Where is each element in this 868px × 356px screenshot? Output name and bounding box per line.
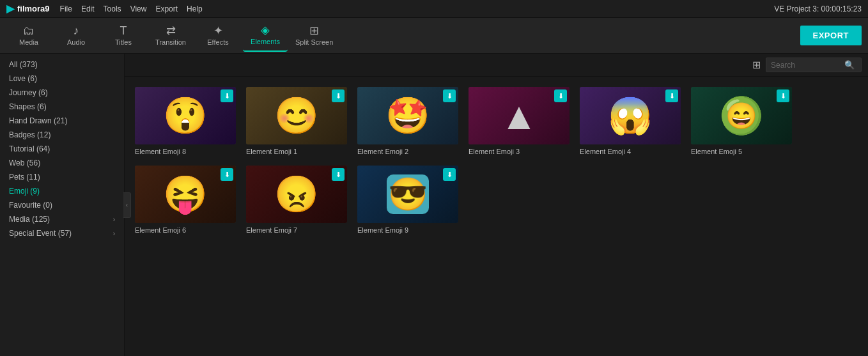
search-icon[interactable]: 🔍 — [844, 60, 855, 70]
grid-item-7[interactable]: 😝 ⬇ Element Emoji 6 — [135, 166, 236, 234]
main-area: All (373)Love (6)Journey (6)Shapes (6)Ha… — [0, 54, 868, 356]
splitscreen-toolbar-icon: ⊞ — [309, 25, 319, 36]
menu-item-view[interactable]: View — [130, 4, 147, 13]
menu-item-edit[interactable]: Edit — [81, 4, 95, 13]
sidebar-item-handdrawn[interactable]: Hand Drawn (21) — [0, 114, 124, 128]
toolbar-btn-effects[interactable]: ✦Effects — [196, 20, 240, 52]
sidebar-label-favourite: Favourite (0) — [9, 201, 52, 210]
sidebar-item-shapes[interactable]: Shapes (6) — [0, 100, 124, 114]
titlebar-left: ▶ filmora9 FileEditToolsViewExportHelp — [6, 3, 203, 15]
elements-toolbar-label: Elements — [251, 38, 280, 45]
splitscreen-toolbar-label: Split Screen — [295, 38, 333, 46]
sidebar-label-web: Web (56) — [9, 159, 40, 167]
effects-toolbar-icon: ✦ — [213, 25, 223, 36]
download-badge-4[interactable]: ⬇ — [554, 89, 567, 102]
transition-toolbar-label: Transition — [155, 38, 186, 46]
grid-thumb-3: 🤩 ⬇ — [357, 87, 458, 144]
sidebar: All (373)Love (6)Journey (6)Shapes (6)Ha… — [0, 54, 125, 356]
toolbar-btn-audio[interactable]: ♪Audio — [54, 20, 98, 52]
app-logo: ▶ filmora9 — [6, 3, 50, 15]
content-header: ⊞ 🔍 — [125, 54, 868, 77]
grid-item-2[interactable]: 😊 ⬇ Element Emoji 1 — [246, 87, 347, 155]
grid-label-9: Element Emoji 9 — [357, 226, 458, 234]
emoji-5: 😱 — [608, 98, 653, 134]
grid-thumb-1: 😲 ⬇ — [135, 87, 236, 144]
grid-thumb-2: 😊 ⬇ — [246, 87, 347, 144]
sidebar-item-favourite[interactable]: Favourite (0) — [0, 198, 124, 212]
project-info: VE Project 3: 00:00:15:23 — [774, 4, 862, 13]
grid-item-6[interactable]: 🟢😄 ⬇ Element Emoji 5 — [691, 87, 792, 155]
transition-toolbar-icon: ⇄ — [166, 25, 176, 36]
sidebar-label-shapes: Shapes (6) — [9, 102, 47, 111]
sidebar-label-media: Media (125) — [9, 215, 50, 224]
sidebar-item-pets[interactable]: Pets (11) — [0, 170, 124, 184]
sidebar-item-emoji[interactable]: Emoji (9) — [0, 184, 124, 198]
grid-item-1[interactable]: 😲 ⬇ Element Emoji 8 — [135, 87, 236, 155]
sidebar-item-badges[interactable]: Badges (12) — [0, 128, 124, 142]
toolbar-btn-titles[interactable]: TTitles — [101, 20, 146, 52]
search-input[interactable] — [771, 61, 841, 70]
sidebar-item-all[interactable]: All (373) — [0, 58, 124, 72]
content-area: ⊞ 🔍 😲 ⬇ Element Emoji 8 😊 ⬇ Element Emoj… — [125, 54, 868, 356]
grid-thumb-5: 😱 ⬇ — [580, 87, 681, 144]
elements-toolbar-icon: ◈ — [261, 24, 270, 36]
download-badge-7[interactable]: ⬇ — [221, 168, 233, 181]
sidebar-item-specialevent[interactable]: Special Event (57)› — [0, 226, 124, 240]
download-badge-5[interactable]: ⬇ — [665, 89, 678, 102]
sidebar-item-tutorial[interactable]: Tutorial (64) — [0, 142, 124, 156]
sidebar-label-emoji: Emoji (9) — [9, 187, 40, 196]
menu-item-file[interactable]: File — [60, 4, 72, 13]
sidebar-item-media[interactable]: Media (125)› — [0, 212, 124, 226]
sidebar-item-journey[interactable]: Journey (6) — [0, 86, 124, 100]
emoji-8: 😠 — [274, 176, 319, 212]
grid-item-4[interactable]: ▲ ⬇ Element Emoji 3 — [469, 87, 570, 155]
sidebar-label-tutorial: Tutorial (64) — [9, 144, 50, 153]
menu-item-tools[interactable]: Tools — [104, 4, 121, 13]
grid-item-5[interactable]: 😱 ⬇ Element Emoji 4 — [580, 87, 681, 155]
download-badge-1[interactable]: ⬇ — [221, 89, 233, 102]
sidebar-item-love[interactable]: Love (6) — [0, 72, 124, 86]
menu-item-export[interactable]: Export — [155, 4, 178, 13]
sidebar-label-handdrawn: Hand Drawn (21) — [9, 116, 67, 125]
grid-thumb-7: 😝 ⬇ — [135, 166, 236, 223]
titles-toolbar-label: Titles — [115, 38, 132, 46]
menu-item-help[interactable]: Help — [187, 4, 203, 13]
download-badge-3[interactable]: ⬇ — [443, 89, 456, 102]
media-toolbar-label: Media — [19, 38, 38, 46]
emoji-7: 😝 — [163, 176, 208, 212]
toolbar-btn-transition[interactable]: ⇄Transition — [148, 20, 193, 52]
audio-toolbar-label: Audio — [67, 38, 85, 46]
sidebar-label-love: Love (6) — [9, 74, 37, 83]
grid-view-button[interactable]: ⊞ — [752, 59, 761, 71]
download-badge-6[interactable]: ⬇ — [777, 89, 789, 102]
download-badge-9[interactable]: ⬇ — [443, 168, 456, 181]
filmora-logo-icon: ▶ — [6, 3, 14, 15]
grid-thumb-4: ▲ ⬇ — [469, 87, 570, 144]
download-badge-2[interactable]: ⬇ — [332, 89, 345, 102]
media-toolbar-icon: 🗂 — [23, 25, 35, 36]
toolbar-btn-splitscreen[interactable]: ⊞Split Screen — [290, 20, 338, 52]
grid-item-9[interactable]: 😎 ⬇ Element Emoji 9 — [357, 166, 458, 234]
grid-item-8[interactable]: 😠 ⬇ Element Emoji 7 — [246, 166, 347, 234]
grid-thumb-9: 😎 ⬇ — [357, 166, 458, 223]
toolbar-btn-elements[interactable]: ◈Elements — [243, 20, 288, 52]
titlebar: ▶ filmora9 FileEditToolsViewExportHelp V… — [0, 0, 868, 18]
emoji-3: 🤩 — [385, 98, 430, 134]
sidebar-collapse-button[interactable]: ‹ — [123, 192, 131, 218]
grid-label-3: Element Emoji 2 — [357, 148, 458, 155]
sidebar-label-journey: Journey (6) — [9, 88, 48, 97]
search-wrap: 🔍 — [766, 58, 862, 72]
toolbar-btn-media[interactable]: 🗂Media — [6, 20, 51, 52]
export-button[interactable]: EXPORT — [800, 26, 862, 45]
grid-label-4: Element Emoji 3 — [469, 148, 570, 155]
grid-item-3[interactable]: 🤩 ⬇ Element Emoji 2 — [357, 87, 458, 155]
grid-label-1: Element Emoji 8 — [135, 148, 236, 155]
sidebar-chevron-media: › — [113, 216, 115, 223]
grid-label-8: Element Emoji 7 — [246, 226, 347, 234]
download-badge-8[interactable]: ⬇ — [332, 168, 345, 181]
sidebar-item-web[interactable]: Web (56) — [0, 156, 124, 170]
toolbar: 🗂Media♪AudioTTitles⇄Transition✦Effects◈E… — [0, 18, 868, 54]
app-name: filmora9 — [17, 4, 50, 13]
menu-bar: FileEditToolsViewExportHelp — [60, 4, 203, 13]
sidebar-label-badges: Badges (12) — [9, 130, 50, 139]
